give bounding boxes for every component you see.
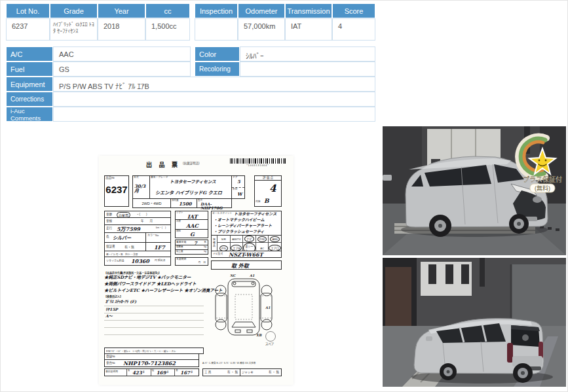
vehicle-photo-rear-art — [383, 258, 566, 387]
name-line2: シエンタ ハイブリッドG クエロ — [155, 190, 222, 195]
equip-sr: S/R — [218, 236, 230, 242]
diagram-mark-3: A1 — [265, 306, 271, 310]
shaken-label: 車検 — [106, 220, 112, 223]
mileage-value: 5万7599 — [117, 226, 140, 232]
ac-label: 冷房 — [176, 221, 181, 223]
detail-value-iauc — [53, 107, 375, 122]
mileage-label: 走行 — [106, 227, 112, 230]
reg-row: 登録№ — [104, 354, 199, 360]
spec-cc: 1,500cc — [145, 18, 190, 41]
detail-label-fuel: Fuel — [6, 62, 53, 77]
deadline-label: 名変期限 — [176, 258, 186, 261]
vehicle-photo-front[interactable]: プラス保証付 (無料) — [383, 126, 566, 255]
cc-cell: 排気量 1500 — [171, 199, 197, 208]
jack-row: ジャッキ 有 ・ 無 — [240, 368, 282, 376]
equip-grid-label: 装備品 — [212, 236, 218, 251]
history-label: 車歴 — [106, 213, 112, 217]
shaken-row: 車検 年 月 — [104, 218, 171, 225]
navi-row: ナビ型式 NSZT-W66T — [211, 251, 282, 258]
sales-point-3: ・プリクラッシュセーフティ — [214, 230, 264, 234]
spec-header-transmission: Transmission — [285, 3, 332, 18]
fuel-cell: 燃料 G — [175, 230, 208, 238]
load-unit: kg — [204, 246, 206, 249]
lot-label: 出品№ — [105, 177, 115, 180]
spec-header-odometer: Odometer — [238, 3, 285, 18]
equip-pw: P/W — [256, 236, 269, 242]
shift-value: IAT — [187, 214, 197, 219]
score-value: 4 — [269, 184, 276, 194]
shift-label: シフト — [176, 212, 183, 215]
detail-value-corrections — [53, 92, 375, 107]
garage-row: 車庫証明用 長 423⁵ 幅 169⁵ 高 167⁵ — [104, 368, 199, 376]
sales-title: トヨタセーフティセンス — [234, 212, 276, 216]
load-label: 積載量 — [176, 246, 183, 249]
shape-value: W — [237, 192, 242, 196]
interior-label: 内装 — [256, 201, 261, 204]
dim-l-value: 423⁵ — [132, 370, 144, 375]
detail-value-color: ｼﾙﾊﾞｰ — [240, 46, 375, 62]
color-value: シルバー — [113, 236, 131, 240]
weight-unit: kg — [204, 251, 206, 253]
diagram-mark-4: XB — [256, 333, 262, 337]
dim-l-label: 長 — [128, 370, 130, 372]
detail-label-ac: A/C — [6, 46, 53, 62]
badge-line2: (無料) — [535, 185, 550, 192]
equip-navi: ナビ — [242, 236, 256, 242]
history-suffix: ・( ) — [136, 213, 147, 217]
vehicle-photo-rear[interactable] — [383, 258, 566, 387]
year-label: 年式 — [134, 177, 139, 179]
spec-header-cc: cc — [145, 3, 190, 18]
reg-label: 登録№ — [106, 355, 115, 359]
spec-year: 2018 — [98, 18, 145, 41]
auction-listing-page: Lot No. Grade Year cc Inspection Odomete… — [0, 0, 568, 392]
shaken-suffix: 年 月 — [141, 220, 153, 223]
capacity-label: 乗車定員 — [176, 241, 186, 244]
chassis-row: 車台№ NHP170-7123862 — [104, 360, 199, 367]
year-box: 年式 30/3月 — [132, 175, 150, 199]
color-row: 色 シルバー — [104, 233, 146, 243]
spec-odometer: 57,000km — [238, 18, 285, 41]
note-box: 取 外取 — [211, 260, 282, 270]
detail-label-color: Color — [195, 46, 240, 62]
fuel-cell-value: G — [190, 232, 195, 237]
capacity-value: 7 — [194, 241, 197, 245]
interior-value: B — [264, 198, 269, 204]
detail-label-equipment: Equipment — [6, 77, 53, 92]
colorno-value-cell: 1F7 — [146, 243, 171, 251]
auction-sheet-scan: 出 品 票 (抗菌証明済) *1003131004* 出品№ 6237 年式 3… — [99, 156, 293, 385]
warranty-value: 有・無 — [124, 245, 134, 249]
mileage-unit: km・( ) — [156, 227, 166, 230]
spec-lot-no: 6237 — [6, 18, 50, 41]
sales-box: セールスポイント トヨタセーフティセンス ・オートマチックハイビーム ・レーンデ… — [211, 211, 282, 236]
sheet-title-note: (抗菌証明済) — [183, 162, 200, 166]
dim-h-label: 高 — [176, 370, 178, 372]
spec-header-year: Year — [98, 3, 145, 18]
detail-value-ac: AAC — [53, 46, 191, 62]
equipment-grid: 装備品 S/R AW/TV ナビ P/W ABS P/S エアB 革シート AC… — [211, 236, 282, 251]
inspector-line-2: ﾘﾔ15P — [105, 308, 118, 312]
detail-value-fuel: GS — [53, 62, 191, 77]
door-value: 5 — [237, 179, 240, 184]
ac-cell: 冷房 AAC — [175, 220, 208, 230]
mileage-row: 走行 5万7599 km・( ) — [104, 225, 171, 233]
score-box: 評 価 点 4 内装 B — [254, 175, 282, 207]
jack-value: 有 ・ 無 — [269, 371, 279, 374]
capacity-row: 乗車定員 7 名 — [175, 240, 208, 245]
name-label: 車名・グレード — [151, 177, 168, 179]
weight-row: 総重量 kg — [175, 250, 208, 255]
cc-value: 1500 — [179, 202, 191, 206]
load-row: 積載量 kg — [175, 245, 208, 250]
detail-label-corrections: Corrections — [6, 92, 53, 107]
vehicle-photo-front-art: プラス保証付 (無料) — [383, 126, 566, 255]
recycle-label: リサイクル料金 — [106, 260, 124, 262]
recycle-value: 10360 — [131, 258, 149, 264]
model-value: DAA-NHP170G — [200, 202, 231, 210]
diagram-mark-1: NC — [230, 274, 237, 277]
garage-label: 車庫証明用 — [105, 369, 127, 376]
chassis-value: NHP170-7123862 — [123, 361, 176, 366]
cc-label: 排気量 — [172, 200, 179, 202]
spec-header-grade: Grade — [50, 3, 98, 18]
spec-transmission: IAT — [285, 18, 332, 41]
badge-line1: プラス保証付 — [523, 175, 562, 183]
fw-row: F/W ｷｽﾞ・ﾋﾋﾞ・割レ× ｼｰﾄ(内・外) ﾖｺﾞﾚ・穴・ｼﾐ・破レ・スレ — [104, 347, 204, 354]
